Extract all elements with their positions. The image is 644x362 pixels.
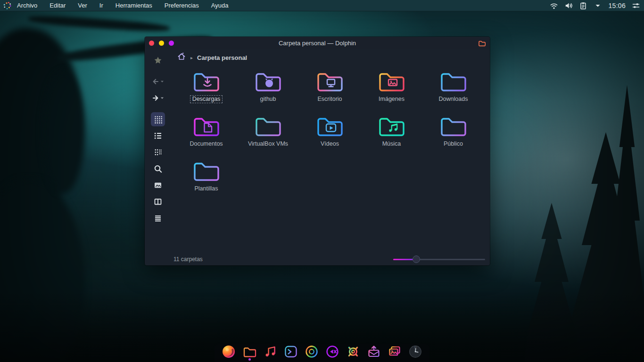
folder-item[interactable]: Público bbox=[422, 113, 484, 158]
folder-icon bbox=[253, 113, 283, 140]
menu-button[interactable] bbox=[151, 211, 165, 225]
folder-grid: DescargasgithubEscritorioImágenesDownloa… bbox=[171, 66, 490, 253]
compact-view-button[interactable] bbox=[151, 145, 165, 159]
terminal-dock-icon[interactable] bbox=[284, 345, 298, 361]
toolbar-sidebar bbox=[145, 49, 171, 265]
system-tray: 15:06 bbox=[550, 1, 644, 10]
folder-label: Vídeos bbox=[318, 140, 341, 148]
folder-item[interactable]: Descargas bbox=[175, 68, 237, 113]
tree-silhouette bbox=[0, 179, 85, 362]
folder-item[interactable]: Escritorio bbox=[299, 68, 361, 113]
dolphin-window: Carpeta personal — Dolphin ▸ Carpeta per… bbox=[145, 37, 490, 265]
menu-item-ir[interactable]: Ir bbox=[99, 2, 103, 9]
volume-icon[interactable] bbox=[564, 1, 573, 10]
status-bar: 11 carpetas bbox=[171, 253, 490, 265]
folder-icon bbox=[315, 113, 345, 140]
dolphin-app-folder-icon bbox=[478, 40, 486, 47]
mail-send-dock-icon[interactable] bbox=[367, 345, 381, 361]
tree-silhouette bbox=[0, 21, 93, 233]
split-view-button[interactable] bbox=[151, 195, 165, 209]
status-folder-count: 11 carpetas bbox=[173, 256, 203, 263]
maximize-button[interactable] bbox=[169, 41, 174, 46]
window-controls bbox=[149, 41, 174, 46]
folder-item[interactable]: VirtualBox VMs bbox=[237, 113, 299, 158]
titlebar[interactable]: Carpeta personal — Dolphin bbox=[145, 37, 490, 49]
folder-label: Plantillas bbox=[192, 185, 220, 193]
folder-label: github bbox=[257, 95, 278, 103]
folder-label: Público bbox=[441, 140, 465, 148]
folder-label: Documentos bbox=[187, 140, 225, 148]
search-button[interactable] bbox=[151, 162, 165, 176]
folder-item[interactable]: Plantillas bbox=[175, 158, 237, 203]
folder-icon bbox=[315, 68, 345, 95]
file-manager-dock-icon[interactable] bbox=[242, 345, 256, 361]
folder-label: Música bbox=[380, 140, 404, 148]
photos-dock-icon[interactable] bbox=[388, 345, 402, 361]
icons-view-button[interactable] bbox=[151, 112, 165, 126]
conifer-silhouette bbox=[606, 85, 644, 362]
folder-label: Escritorio bbox=[315, 95, 344, 103]
firefox-dock-icon[interactable] bbox=[222, 345, 236, 361]
settings-dock-icon[interactable] bbox=[346, 345, 360, 361]
window-title: Carpeta personal — Dolphin bbox=[145, 40, 490, 47]
menu-item-ayuda[interactable]: Ayuda bbox=[211, 2, 229, 9]
branch-silhouette bbox=[28, 14, 170, 33]
clipboard-icon[interactable] bbox=[579, 1, 587, 10]
tree-silhouette bbox=[42, 71, 85, 193]
breadcrumb-separator-icon: ▸ bbox=[190, 55, 193, 60]
folder-item[interactable]: github bbox=[237, 68, 299, 113]
menu-item-archivo[interactable]: Archivo bbox=[17, 2, 37, 9]
distro-logo-icon[interactable] bbox=[3, 1, 12, 10]
folder-item[interactable]: Vídeos bbox=[299, 113, 361, 158]
dock: 12 bbox=[0, 343, 644, 362]
chromium-dock-icon[interactable] bbox=[305, 345, 319, 361]
conifer-silhouette bbox=[523, 203, 580, 362]
menu-bar-items: ArchivoEditarVerIrHerramientasPreferenci… bbox=[17, 2, 228, 9]
folder-icon bbox=[191, 113, 222, 140]
folder-label: Downloads bbox=[437, 95, 471, 103]
folder-label: Imágenes bbox=[376, 95, 407, 103]
folder-label: VirtualBox VMs bbox=[246, 140, 290, 148]
caret-down-icon[interactable] bbox=[594, 1, 602, 10]
folder-icon bbox=[438, 68, 469, 95]
active-app-indicator bbox=[248, 358, 251, 361]
folder-icon bbox=[253, 68, 283, 95]
back-button[interactable] bbox=[151, 74, 165, 89]
menu-item-ver[interactable]: Ver bbox=[78, 2, 87, 9]
zoom-slider[interactable] bbox=[393, 255, 485, 263]
top-menu-bar: ArchivoEditarVerIrHerramientasPreferenci… bbox=[0, 0, 644, 11]
wifi-icon[interactable] bbox=[550, 1, 558, 10]
menu-item-herramientas[interactable]: Herramientas bbox=[116, 2, 152, 9]
folder-icon bbox=[191, 158, 222, 184]
folder-item[interactable]: Música bbox=[361, 113, 422, 158]
menu-item-preferencias[interactable]: Preferencias bbox=[165, 2, 199, 9]
folder-item[interactable]: Downloads bbox=[422, 68, 484, 113]
menu-item-editar[interactable]: Editar bbox=[50, 2, 66, 9]
folder-item[interactable]: Documentos bbox=[175, 113, 237, 158]
media-player-dock-icon[interactable] bbox=[325, 345, 339, 361]
preview-button[interactable] bbox=[151, 178, 165, 192]
close-button[interactable] bbox=[149, 41, 154, 46]
folder-label: Descargas bbox=[190, 95, 223, 103]
folder-icon bbox=[438, 113, 469, 140]
breadcrumb: ▸ Carpeta personal bbox=[171, 49, 490, 66]
sliders-icon[interactable] bbox=[632, 1, 640, 10]
clock-time[interactable]: 15:06 bbox=[608, 2, 626, 9]
folder-item[interactable]: Imágenes bbox=[361, 68, 422, 113]
clock-dock-icon[interactable]: 12 bbox=[408, 345, 422, 361]
folder-icon bbox=[377, 68, 407, 95]
minimize-button[interactable] bbox=[159, 41, 164, 46]
music-player-dock-icon[interactable] bbox=[263, 345, 277, 361]
forward-button[interactable] bbox=[151, 91, 165, 105]
conifer-silhouette bbox=[566, 132, 644, 362]
breadcrumb-label[interactable]: Carpeta personal bbox=[197, 54, 247, 61]
home-icon[interactable] bbox=[177, 52, 186, 63]
list-view-button[interactable] bbox=[151, 129, 165, 143]
folder-icon bbox=[377, 113, 407, 140]
zoom-slider-handle[interactable] bbox=[413, 255, 420, 263]
folder-icon bbox=[191, 68, 222, 95]
star-button[interactable] bbox=[151, 53, 165, 67]
